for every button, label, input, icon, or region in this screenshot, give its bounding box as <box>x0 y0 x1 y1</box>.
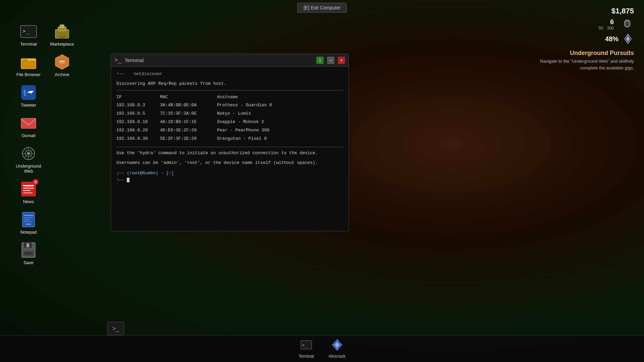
svg-rect-41 <box>26 243 29 247</box>
svg-point-4 <box>628 23 629 24</box>
table-cell-hostname: Orangutan - Pixel 0 <box>217 135 343 143</box>
svg-rect-38 <box>26 224 31 225</box>
table-row: 192.168.0.30 5E:2F:3F:2E:20 Orangutan - … <box>116 135 343 143</box>
svg-text:t: t <box>23 87 26 98</box>
terminal-window: >_ Terminal i − × └── netdiscover Discov… <box>111 54 349 231</box>
desktop-icon-news[interactable]: 8 News <box>13 178 44 207</box>
terminal-minimize-button[interactable]: − <box>327 57 334 64</box>
table-row: 192.168.0.3 3A:4B:0B:0E:0A Protheus - Gu… <box>116 101 343 110</box>
desktop-icon-notepad-label: Notepad <box>20 230 37 235</box>
hud-percent: 48% <box>605 35 619 43</box>
terminal-prompt: ┌── (root@Gumbo) - [~] <box>116 170 343 177</box>
svg-rect-34 <box>24 215 33 216</box>
table-header-ip: IP <box>116 93 160 102</box>
desktop-icon-archive-label: Archive <box>55 72 69 77</box>
desktop-icon-tweeter[interactable]: t Tweeter <box>13 81 44 110</box>
table-cell-mac: 4A:1D:B0:1F:1E <box>160 118 217 126</box>
table-cell-ip: 192.168.0.3 <box>116 101 160 110</box>
table-row: 192.168.0.20 4D:E0:3E:2F:20 Pear - PearP… <box>116 126 343 135</box>
taskbar-airocrack-icon <box>331 339 343 353</box>
table-header-hostname: Hostname <box>217 93 343 102</box>
desktop-icon-save-label: Save <box>23 260 34 265</box>
terminal-title-icon: >_ <box>114 57 121 64</box>
bottom-stub-icon: >_ <box>112 325 119 332</box>
exit-computer-button[interactable]: [E] Exit Computer <box>297 3 347 13</box>
table-cell-mac: 5E:2F:3F:2E:20 <box>160 135 217 143</box>
svg-rect-20 <box>21 118 36 128</box>
svg-rect-30 <box>23 188 34 189</box>
table-cell-ip: 192.168.0.10 <box>116 118 160 126</box>
bottom-terminal-stub[interactable]: >_ <box>107 322 124 335</box>
terminal-warning2: Usernames can be 'admin', 'root', or the… <box>116 160 343 167</box>
svg-rect-37 <box>24 221 32 222</box>
hud-progress: 48% <box>605 33 634 45</box>
svg-point-3 <box>626 23 627 24</box>
desktop-icon-terminal[interactable]: >_ Terminal <box>13 20 44 49</box>
news-badge: 8 <box>33 179 39 185</box>
svg-rect-12 <box>60 25 64 27</box>
desktop-icon-notepad[interactable]: Notepad <box>13 208 44 237</box>
desktop-icon-save[interactable]: Save <box>13 239 44 268</box>
table-cell-mac: 7C:35:3F:3A:0E <box>160 110 217 118</box>
table-cell-ip: 192.168.0.5 <box>116 110 160 118</box>
table-cell-mac: 4D:E0:3E:2F:20 <box>160 126 217 135</box>
desktop-icon-file-browser[interactable]: File Browser <box>13 51 44 80</box>
desktop-icon-marketplace[interactable]: Marketplace <box>47 20 77 49</box>
hud-level: 6 <box>610 18 614 26</box>
svg-rect-32 <box>23 192 33 193</box>
table-cell-hostname: Protheus - Guardian 0 <box>217 101 343 110</box>
desktop-icon-gomail[interactable]: Gomail <box>13 112 44 141</box>
desktop-icon-gomail-label: Gomail <box>21 133 35 138</box>
svg-point-2 <box>625 22 629 26</box>
table-cell-hostname: Pear - PearPhone 300 <box>217 126 343 135</box>
table-row: 192.168.0.10 4A:1D:B0:1F:1E Snapple - Mc… <box>116 118 343 126</box>
svg-rect-13 <box>59 36 65 38</box>
table-cell-ip: 192.168.0.30 <box>116 135 160 143</box>
taskbar-airocrack-label: Airocrack <box>329 354 345 359</box>
terminal-body[interactable]: └── netdiscover Discovering ARP Req/Rep … <box>111 67 348 231</box>
taskbar: >_ Terminal Airocrack <box>0 335 644 362</box>
desktop-icon-tweeter-label: Tweeter <box>21 103 36 108</box>
hud-character-icon <box>621 17 634 31</box>
hud-stats: 6 50 300 <box>599 17 634 31</box>
desktop-icon-underground-web[interactable]: Underground Web <box>13 142 44 176</box>
svg-rect-16 <box>59 61 65 62</box>
hud-level-sub-left: 50 <box>599 26 603 31</box>
hud-money: $1,875 <box>611 7 634 15</box>
terminal-cursor <box>127 178 129 182</box>
svg-rect-29 <box>23 185 34 186</box>
table-cell-hostname: Snapple - Mcbook 2 <box>217 118 343 126</box>
taskbar-item-terminal[interactable]: >_ Terminal <box>294 337 318 361</box>
table-row: 192.168.0.5 7C:35:3F:3A:0E Nokyo - Lumix <box>116 110 343 118</box>
hud-quest: Underground Pursuits Navigate to the "Un… <box>527 50 634 71</box>
table-cell-hostname: Nokyo - Lumix <box>217 110 343 118</box>
svg-rect-36 <box>24 219 31 220</box>
svg-rect-35 <box>24 217 33 218</box>
terminal-discovering-text: Discovering ARP Req/Rep packets from hos… <box>116 80 343 87</box>
terminal-titlebar: >_ Terminal i − × <box>111 54 348 67</box>
hud-progress-icon <box>622 33 634 45</box>
svg-rect-43 <box>24 252 33 255</box>
desktop-icon-file-browser-label: File Browser <box>16 72 41 77</box>
hud-level-sub-right: 300 <box>607 26 614 31</box>
hud-quest-desc: Navigate to the "Underground Web" and sk… <box>527 58 634 71</box>
taskbar-item-airocrack[interactable]: Airocrack <box>325 337 350 361</box>
terminal-network-table: IP MAC Hostname 192.168.0.3 3A:4B:0B:0E:… <box>116 93 343 143</box>
terminal-info-button[interactable]: i <box>316 57 324 64</box>
svg-rect-31 <box>23 190 31 191</box>
terminal-close-button[interactable]: × <box>338 57 345 64</box>
terminal-warning1: Use the 'hydra' command to initiate an u… <box>116 150 343 157</box>
svg-rect-17 <box>59 63 65 63</box>
desktop-icon-news-label: News <box>23 199 34 204</box>
desktop-icons: >_ Terminal Marketplace <box>13 20 77 268</box>
table-cell-ip: 192.168.0.20 <box>116 126 160 135</box>
taskbar-terminal-label: Terminal <box>299 354 314 359</box>
hud-quest-title: Underground Pursuits <box>527 50 634 57</box>
desktop-icon-marketplace-label: Marketplace <box>50 42 74 47</box>
terminal-netdiscover-line: netdiscover <box>127 71 162 76</box>
svg-text:>_: >_ <box>22 28 29 34</box>
desktop-icon-archive[interactable]: Archive <box>47 51 77 80</box>
terminal-title-text: Terminal <box>125 57 313 63</box>
desktop-icon-terminal-label: Terminal <box>20 42 37 47</box>
table-cell-mac: 3A:4B:0B:0E:0A <box>160 101 217 110</box>
